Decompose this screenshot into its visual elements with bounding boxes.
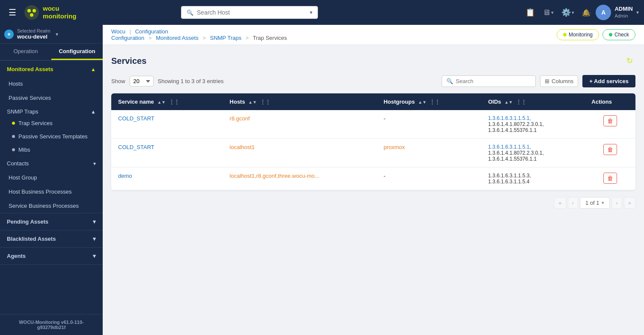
sort-hosts[interactable]: ▲▼	[248, 100, 257, 105]
cell-hostgroups-1: proxmox	[377, 139, 481, 168]
bell-icon-btn[interactable]: 🔔	[579, 6, 593, 19]
th-hosts: Hosts ▲▼ ⋮⋮	[223, 93, 377, 110]
agents-header[interactable]: Agents ▾	[0, 248, 103, 264]
pagination-last[interactable]: »	[624, 197, 635, 209]
oid-1-0[interactable]: 1.3.6.1.6.3.1.1.5.1,	[488, 144, 578, 150]
svg-point-2	[33, 9, 36, 12]
sort-service-name[interactable]: ▲▼	[157, 100, 166, 105]
hostgroups-link-1[interactable]: proxmox	[383, 144, 405, 150]
tab-configuration[interactable]: Configuration	[51, 44, 103, 60]
service-name-link-2[interactable]: demo	[118, 173, 132, 179]
refresh-button[interactable]: ↻	[624, 54, 635, 68]
breadcrumb-configuration[interactable]: Configuration	[135, 28, 168, 35]
sidebar-item-trap-services[interactable]: Trap Services	[0, 117, 103, 130]
oid-2-0: 1.3.6.1.6.3.1.1.5.3,	[488, 173, 578, 179]
sort-hostgroups[interactable]: ▲▼	[418, 100, 427, 105]
show-select[interactable]: 20 50 100	[130, 76, 154, 87]
blacklisted-assets-header[interactable]: Blacklisted Assets ▾	[0, 230, 103, 247]
reorder-service-name[interactable]: ⋮⋮	[169, 99, 179, 105]
user-menu[interactable]: A ADMIN Admin ▾	[596, 5, 639, 20]
oid-0-1: 1.3.6.1.4.1.8072.2.3.0.1,	[488, 121, 578, 127]
sidebar-item-passive-services[interactable]: Passive Services	[0, 91, 103, 105]
table-row: COLD_STARTr8.gconf-1.3.6.1.6.3.1.1.5.1,1…	[111, 110, 635, 139]
monitor-icon-btn[interactable]: 🖥 ▾	[540, 6, 556, 20]
oid-0-0[interactable]: 1.3.6.1.6.3.1.1.5.1,	[488, 115, 578, 121]
app-name: wocu monitoring	[43, 5, 76, 20]
pagination: « ‹ 1 of 1 ▾ › »	[111, 197, 635, 209]
snmp-traps-header[interactable]: SNMP Traps ▲	[0, 105, 103, 117]
realm-selector[interactable]: Selected Realm wocu-devel ▾	[0, 25, 103, 44]
breadcrumb-sep2: >	[148, 35, 152, 41]
reorder-hosts[interactable]: ⋮⋮	[260, 99, 270, 105]
sidebar: Selected Realm wocu-devel ▾ Operation Co…	[0, 25, 103, 335]
hosts-link-2[interactable]: localhost1,r8.gconf,three.wocu-mo...	[230, 173, 320, 179]
svg-point-0	[24, 5, 39, 20]
page-info-text: 1 of 1	[585, 200, 599, 206]
snmp-traps-chevron: ▲	[91, 109, 96, 115]
app-logo[interactable]: wocu monitoring	[24, 5, 76, 20]
sidebar-item-passive-services-templates[interactable]: Passive Services Templates	[0, 130, 103, 143]
sidebar-item-host-group[interactable]: Host Group	[0, 170, 103, 185]
breadcrumb-wocu[interactable]: Wocu	[111, 28, 125, 35]
service-name-link-1[interactable]: COLD_START	[118, 144, 154, 150]
breadcrumb-monitored-assets[interactable]: Monitored Assets	[156, 35, 199, 41]
search-field[interactable]	[456, 78, 531, 84]
document-icon-btn[interactable]: 📋	[523, 5, 537, 20]
search-dropdown-icon[interactable]: ▾	[310, 9, 312, 15]
contacts-header[interactable]: Contacts ▾	[0, 156, 103, 170]
delete-button-1[interactable]: 🗑	[603, 144, 617, 155]
columns-icon: ⊞	[545, 78, 549, 84]
search-box: 🔍	[442, 75, 536, 87]
gear-icon-btn[interactable]: ⚙️ ▾	[559, 5, 577, 20]
user-chevron[interactable]: ▾	[636, 9, 639, 15]
pagination-next[interactable]: ›	[611, 197, 622, 209]
sidebar-item-mibs[interactable]: Mibs	[0, 143, 103, 156]
search-container: 🔍 ▾	[181, 6, 318, 19]
blacklisted-assets-group: Blacklisted Assets ▾	[0, 230, 103, 248]
hosts-link-1[interactable]: localhost1	[230, 144, 255, 150]
svg-point-5	[8, 33, 10, 36]
th-hostgroups-label: Hostgroups	[383, 99, 415, 105]
sort-oids[interactable]: ▲▼	[505, 100, 513, 105]
svg-point-3	[30, 13, 33, 17]
delete-button-2[interactable]: 🗑	[603, 173, 617, 184]
menu-button[interactable]: ☰	[5, 6, 20, 19]
sidebar-item-service-bp[interactable]: Service Business Processes	[0, 199, 103, 213]
user-info: ADMIN Admin	[614, 6, 633, 19]
mibs-dot	[12, 148, 15, 151]
delete-button-0[interactable]: 🗑	[603, 115, 617, 126]
breadcrumb: Wocu | Configuration Configuration > Mon…	[111, 28, 287, 41]
monitoring-button[interactable]: Monitoring	[557, 29, 599, 40]
pagination-prev[interactable]: ‹	[568, 197, 578, 209]
th-oids-label: OIDs	[488, 99, 501, 105]
cell-oids-0: 1.3.6.1.6.3.1.1.5.1,1.3.6.1.4.1.8072.2.3…	[481, 110, 585, 139]
reorder-hostgroups[interactable]: ⋮⋮	[430, 99, 440, 105]
monitoring-dot	[563, 33, 567, 36]
check-dot	[609, 33, 612, 36]
pst-label: Passive Services Templates	[18, 133, 88, 140]
oid-0-2: 1.3.6.1.4.1.55376.1.1	[488, 127, 578, 133]
columns-button[interactable]: ⊞ Columns	[540, 75, 578, 87]
tab-operation[interactable]: Operation	[0, 44, 51, 60]
mibs-label: Mibs	[18, 147, 30, 153]
hosts-link-0[interactable]: r8.gconf	[230, 115, 250, 122]
sidebar-item-hosts[interactable]: Hosts	[0, 77, 103, 91]
monitored-assets-header[interactable]: Monitored Assets ▲	[0, 61, 103, 77]
pending-assets-label: Pending Assets	[7, 218, 48, 225]
pagination-first[interactable]: «	[554, 197, 566, 209]
service-name-link-0[interactable]: COLD_START	[118, 115, 154, 122]
toolbar-left: Show 20 50 100 Showing 1 to 3 of 3 entri…	[111, 76, 223, 87]
pending-assets-header[interactable]: Pending Assets ▾	[0, 213, 103, 230]
oid-2-1: 1.3.6.1.6.3.1.1.5.4	[488, 179, 578, 185]
breadcrumb-snmp-traps[interactable]: SNMP Traps	[210, 35, 241, 41]
breadcrumb-config2[interactable]: Configuration	[111, 35, 144, 41]
check-button[interactable]: Check	[602, 29, 635, 40]
cell-oids-1: 1.3.6.1.6.3.1.1.5.1,1.3.6.1.4.1.8072.2.3…	[481, 139, 585, 168]
realm-chevron[interactable]: ▾	[56, 31, 58, 37]
search-input[interactable]	[197, 9, 306, 16]
reorder-oids[interactable]: ⋮⋮	[516, 99, 526, 105]
sidebar-item-host-bp[interactable]: Host Business Processes	[0, 185, 103, 199]
add-services-button[interactable]: + Add services	[582, 75, 635, 87]
page-dropdown-icon[interactable]: ▾	[602, 200, 604, 206]
breadcrumb-sep3: >	[203, 35, 206, 41]
